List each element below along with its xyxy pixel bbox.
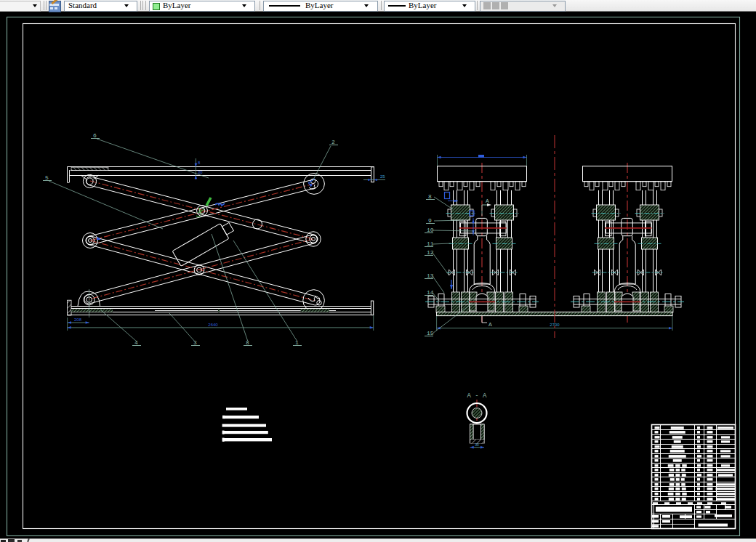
svg-text:A: A	[486, 198, 489, 204]
svg-text:11: 11	[427, 240, 434, 247]
svg-text:30: 30	[475, 442, 479, 447]
svg-text:6: 6	[93, 132, 97, 139]
svg-text:8: 8	[428, 193, 432, 200]
svg-text:2640: 2640	[208, 323, 218, 327]
svg-text:8: 8	[246, 339, 249, 346]
svg-text:30: 30	[198, 170, 203, 174]
svg-text:4: 4	[134, 339, 138, 346]
svg-text:10: 10	[427, 227, 434, 233]
svg-text:1: 1	[295, 339, 299, 346]
svg-text:25: 25	[380, 174, 385, 179]
svg-text:2: 2	[331, 139, 335, 145]
svg-text:3: 3	[193, 339, 197, 346]
svg-text:14: 14	[427, 289, 434, 296]
svg-text:12: 12	[427, 249, 434, 256]
svg-text:13: 13	[427, 272, 434, 279]
svg-text:A - A: A - A	[467, 392, 487, 400]
svg-text:9: 9	[428, 217, 432, 224]
svg-text:208: 208	[74, 317, 82, 322]
svg-text:A: A	[488, 321, 492, 328]
svg-text:5: 5	[45, 174, 49, 181]
